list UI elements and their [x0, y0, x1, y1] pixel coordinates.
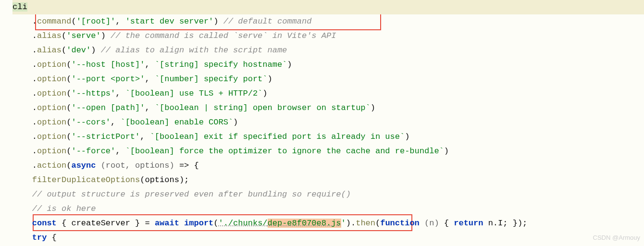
code-line: .option('--strictPort', `[boolean] exit … [12, 130, 644, 144]
code-line: .option('--cors', `[boolean] enable CORS… [12, 115, 644, 130]
code-line: .action(async (root, options) => { [12, 159, 644, 173]
code-line: const { createServer } = await import('.… [12, 216, 644, 231]
code-line: // is ok here [12, 202, 644, 216]
code-line: try { [12, 231, 644, 245]
code-line: .alias('serve') // the command is called… [12, 29, 644, 43]
code-line: .option('--host [host]', `[string] speci… [12, 58, 644, 72]
code-line: cli [12, 0, 644, 14]
code-line: .option('--port <port>', `[number] speci… [12, 72, 644, 86]
code-line: .option('--force', `[boolean] force the … [12, 144, 644, 159]
code-line: .alias('dev') // alias to align with the… [12, 43, 644, 58]
code-line: filterDuplicateOptions(options); [12, 173, 644, 187]
code-editor: cli .command('[root]', 'start dev server… [0, 0, 644, 245]
code-line: .option('--open [path]', `[boolean | str… [12, 101, 644, 115]
code-line: .option('--https', `[boolean] use TLS + … [12, 86, 644, 101]
watermark: CSDN @Armouy [593, 231, 640, 245]
code-line: .command('[root]', 'start dev server') /… [12, 14, 644, 29]
code-line: // output structure is preserved even af… [12, 187, 644, 202]
